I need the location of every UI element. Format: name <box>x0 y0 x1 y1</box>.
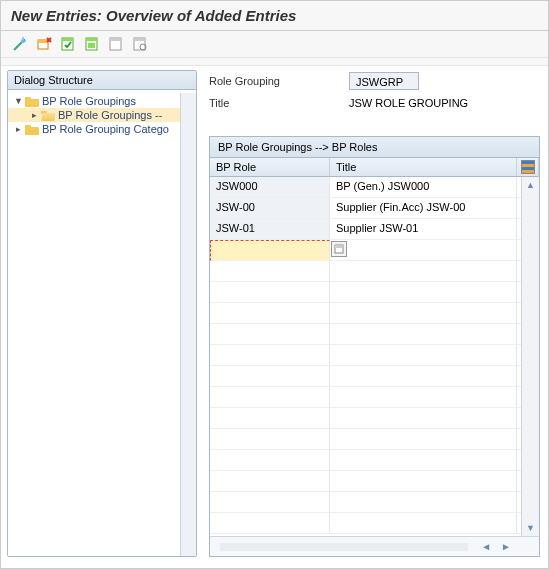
table-row[interactable]: JSW-01Supplier JSW-01 <box>210 219 539 240</box>
cell-role[interactable]: JSW000 <box>210 177 330 198</box>
table-row-empty[interactable] <box>210 387 539 408</box>
title-label: Title <box>209 97 349 109</box>
tree-scrollbar[interactable] <box>180 93 196 556</box>
scroll-down-icon[interactable]: ▼ <box>523 520 539 536</box>
tree-node-label: BP Role Groupings -- <box>58 109 162 121</box>
col-header-title[interactable]: Title <box>330 158 517 177</box>
tree-toggle-icon[interactable]: ▸ <box>30 111 39 120</box>
table-row-empty[interactable] <box>210 408 539 429</box>
page-title: New Entries: Overview of Added Entries <box>1 1 548 31</box>
tool-deselect-icon[interactable] <box>107 35 125 53</box>
table-row-empty[interactable] <box>210 492 539 513</box>
col-header-role[interactable]: BP Role <box>210 158 330 177</box>
tool-wand-icon[interactable] <box>11 35 29 53</box>
svg-rect-13 <box>134 38 145 41</box>
title-value: JSW ROLE GROUPING <box>349 95 468 111</box>
svg-rect-8 <box>86 38 97 41</box>
tree-toggle-icon[interactable]: ▸ <box>14 125 23 134</box>
scroll-up-icon[interactable]: ▲ <box>523 177 539 193</box>
scroll-right-icon[interactable]: ► <box>498 541 514 552</box>
bp-role-input[interactable] <box>210 240 330 261</box>
tool-select-all-icon[interactable] <box>59 35 77 53</box>
tool-config-icon[interactable] <box>131 35 149 53</box>
cell-role[interactable]: JSW-01 <box>210 219 330 240</box>
dialog-structure-panel: Dialog Structure ▼BP Role Groupings▸BP R… <box>7 70 197 557</box>
table-row-empty[interactable] <box>210 303 539 324</box>
grid-title: BP Role Groupings --> BP Roles <box>210 137 539 158</box>
table-row[interactable]: JSW-00Supplier (Fin.Acc) JSW-00 <box>210 198 539 219</box>
scroll-left-icon[interactable]: ◄ <box>478 541 494 552</box>
table-row-empty[interactable] <box>210 366 539 387</box>
tool-select-block-icon[interactable] <box>83 35 101 53</box>
tool-delete-icon[interactable] <box>35 35 53 53</box>
cell-title[interactable]: BP (Gen.) JSW000 <box>330 177 517 198</box>
tree-node-label: BP Role Grouping Catego <box>42 123 169 135</box>
svg-rect-9 <box>88 43 95 48</box>
grid-horizontal-scrollbar[interactable]: ◄ ► <box>210 536 539 556</box>
value-help-button[interactable] <box>331 241 347 257</box>
tree-toggle-icon[interactable]: ▼ <box>14 97 23 106</box>
folder-icon <box>41 110 55 121</box>
table-row-empty[interactable] <box>210 429 539 450</box>
tree-node[interactable]: ▼BP Role Groupings <box>8 94 196 108</box>
svg-rect-16 <box>335 245 343 248</box>
cell-title[interactable]: Supplier JSW-01 <box>330 219 517 240</box>
role-grouping-label: Role Grouping <box>209 75 349 87</box>
table-row-empty[interactable] <box>210 324 539 345</box>
grid-vertical-scrollbar[interactable]: ▲ ▼ <box>521 177 539 536</box>
roles-grid: BP Role Groupings --> BP Roles BP Role T… <box>209 136 540 557</box>
grid-settings-icon <box>521 160 535 174</box>
folder-icon <box>25 96 39 107</box>
toolbar <box>1 31 548 58</box>
table-row-input[interactable] <box>210 240 539 261</box>
table-row-empty[interactable] <box>210 471 539 492</box>
grid-settings-button[interactable] <box>517 158 539 177</box>
cell-role[interactable]: JSW-00 <box>210 198 330 219</box>
table-row-empty[interactable] <box>210 345 539 366</box>
role-grouping-value[interactable]: JSWGRP <box>349 72 419 90</box>
tree-node-label: BP Role Groupings <box>42 95 136 107</box>
table-row-empty[interactable] <box>210 450 539 471</box>
table-row[interactable]: JSW000BP (Gen.) JSW000 <box>210 177 539 198</box>
cell-title[interactable]: Supplier (Fin.Acc) JSW-00 <box>330 198 517 219</box>
svg-rect-6 <box>62 38 73 41</box>
svg-rect-11 <box>110 38 121 41</box>
tree-header: Dialog Structure <box>8 71 196 90</box>
table-row-empty[interactable] <box>210 282 539 303</box>
tree-node[interactable]: ▸BP Role Grouping Catego <box>8 122 196 136</box>
tree-node[interactable]: ▸BP Role Groupings -- <box>8 108 196 122</box>
table-row-empty[interactable] <box>210 513 539 534</box>
folder-icon <box>25 124 39 135</box>
grid-header-row: BP Role Title <box>210 158 539 177</box>
table-row-empty[interactable] <box>210 261 539 282</box>
